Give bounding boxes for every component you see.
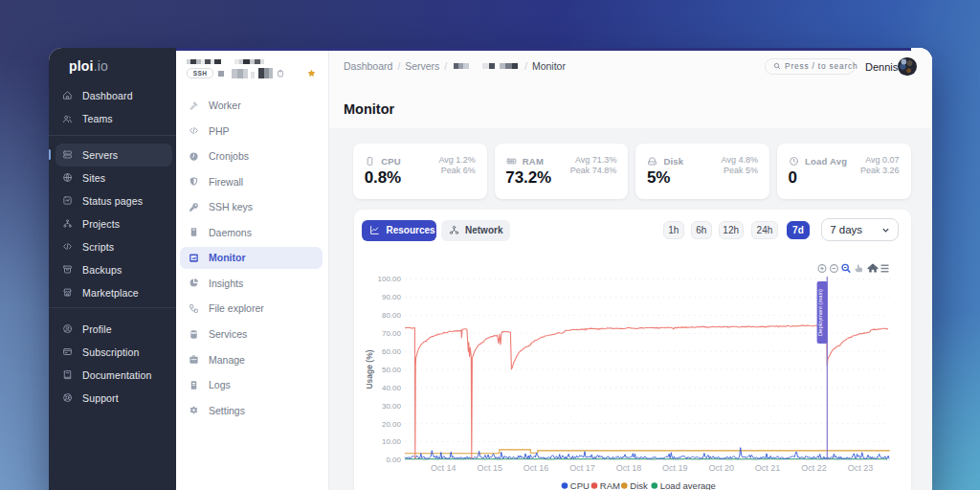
svg-text:100.00: 100.00 — [377, 275, 401, 283]
svg-text:10.00: 10.00 — [382, 437, 402, 446]
svg-text:Oct 20: Oct 20 — [708, 463, 734, 473]
svg-text:0.00: 0.00 — [386, 456, 401, 464]
svg-text:40.00: 40.00 — [382, 384, 402, 392]
svg-text:Oct 15: Oct 15 — [477, 463, 502, 473]
svg-text:Deployment (main): Deployment (main) — [817, 289, 823, 336]
svg-text:Oct 19: Oct 19 — [662, 463, 688, 473]
svg-text:Disk: Disk — [630, 480, 648, 490]
svg-text:Oct 17: Oct 17 — [569, 463, 595, 473]
svg-text:Oct 16: Oct 16 — [523, 463, 549, 473]
svg-text:Oct 18: Oct 18 — [615, 463, 641, 473]
svg-text:Oct 23: Oct 23 — [847, 463, 873, 473]
svg-text:Oct 14: Oct 14 — [431, 463, 457, 473]
svg-text:Oct 21: Oct 21 — [755, 463, 781, 473]
svg-text:Oct 22: Oct 22 — [801, 463, 827, 473]
svg-text:80.00: 80.00 — [382, 311, 402, 320]
svg-text:50.00: 50.00 — [382, 366, 402, 374]
svg-text:RAM: RAM — [599, 480, 619, 490]
svg-text:CPU: CPU — [569, 480, 589, 490]
svg-text:60.00: 60.00 — [382, 347, 402, 356]
svg-text:70.00: 70.00 — [382, 329, 402, 338]
svg-text:90.00: 90.00 — [382, 293, 402, 301]
svg-text:30.00: 30.00 — [382, 402, 402, 411]
svg-text:Load average: Load average — [659, 480, 715, 490]
svg-text:20.00: 20.00 — [382, 420, 402, 429]
svg-text:Usage (%): Usage (%) — [365, 349, 374, 389]
